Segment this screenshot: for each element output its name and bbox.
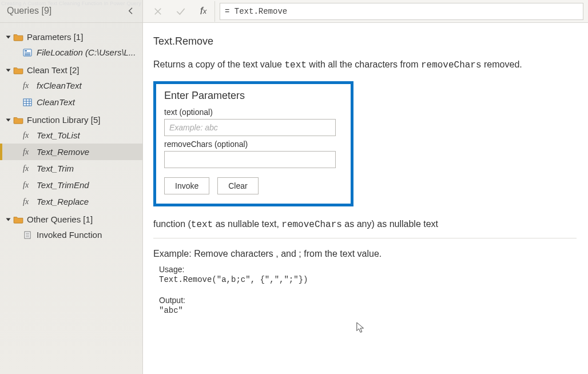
query-item-invoked-function[interactable]: Invoked Function bbox=[0, 226, 142, 243]
function-name-heading: Text.Remove bbox=[153, 35, 578, 47]
desc-text: with all the characters from bbox=[307, 59, 421, 69]
app-root: Queries [9] Parameters [1] bbox=[0, 0, 588, 374]
expand-icon bbox=[6, 218, 11, 221]
table-icon bbox=[23, 98, 32, 106]
usage-label: Usage: bbox=[159, 265, 578, 274]
query-item-label: FileLocation (C:\Users\L... bbox=[37, 47, 136, 57]
expand-icon bbox=[6, 118, 11, 121]
desc-arg: removeChars bbox=[421, 60, 482, 70]
enter-parameters-panel: Enter Parameters text (optional) removeC… bbox=[153, 81, 353, 206]
svg-rect-3 bbox=[25, 54, 30, 55]
group-header[interactable]: Other Queries [1] bbox=[0, 212, 142, 226]
example-block: Usage: Text.Remove("a,b;c", {",",";"}) O… bbox=[153, 265, 578, 315]
query-item-label: Text_TrimEnd bbox=[37, 180, 89, 190]
clear-button[interactable]: Clear bbox=[217, 177, 258, 194]
query-item-label: Invoked Function bbox=[37, 230, 102, 240]
queries-pane: Queries [9] Parameters [1] bbox=[0, 0, 143, 374]
query-item-filelocation[interactable]: FileLocation (C:\Users\L... bbox=[0, 44, 142, 61]
param-label-removechars: removeChars (optional) bbox=[164, 140, 343, 149]
queries-pane-title: Queries [9] bbox=[7, 6, 51, 16]
video-watermark: Creating A Custom Text Cleaning Function… bbox=[1, 1, 141, 6]
function-content: Text.Remove Returns a copy of the text v… bbox=[143, 23, 588, 374]
query-item-label: Text_Replace bbox=[37, 197, 89, 206]
commit-formula-button[interactable] bbox=[169, 1, 192, 22]
query-item-text-trimend[interactable]: fx Text_TrimEnd bbox=[0, 177, 142, 193]
query-item-label: CleanText bbox=[37, 97, 75, 107]
fx-icon: fx bbox=[23, 81, 32, 90]
main-pane: fx Text.Remove Returns a copy of the tex… bbox=[143, 0, 588, 374]
group-label: Function Library [5] bbox=[27, 115, 100, 125]
expand-icon bbox=[6, 35, 11, 38]
query-item-label: fxCleanText bbox=[37, 81, 82, 90]
separator bbox=[153, 238, 577, 238]
param-label-text: text (optional) bbox=[164, 108, 343, 117]
desc-arg: text bbox=[284, 60, 306, 70]
query-group-function-library: Function Library [5] fx Text_ToList fx T… bbox=[0, 113, 142, 210]
param-input-text[interactable] bbox=[164, 119, 336, 136]
sig-arg: removeChars bbox=[281, 220, 342, 230]
cancel-formula-button[interactable] bbox=[146, 1, 169, 22]
query-item-text-tolist[interactable]: fx Text_ToList bbox=[0, 127, 142, 144]
invoke-button[interactable]: Invoke bbox=[164, 177, 209, 194]
group-label: Other Queries [1] bbox=[27, 214, 93, 224]
folder-icon bbox=[13, 33, 23, 41]
usage-code: Text.Remove("a,b;c", {",",";"}) bbox=[159, 275, 578, 284]
script-icon bbox=[23, 231, 32, 239]
query-item-cleantext[interactable]: CleanText bbox=[0, 94, 142, 110]
group-label: Clean Text [2] bbox=[27, 65, 79, 75]
query-group-other-queries: Other Queries [1] Invoked Function bbox=[0, 212, 142, 243]
svg-rect-4 bbox=[23, 99, 31, 106]
group-header[interactable]: Clean Text [2] bbox=[0, 63, 142, 77]
param-input-removechars[interactable] bbox=[164, 151, 336, 168]
output-code: "abc" bbox=[159, 306, 578, 315]
expand-icon bbox=[6, 69, 11, 71]
folder-icon bbox=[13, 116, 23, 124]
query-item-label: Text_Trim bbox=[37, 164, 74, 173]
query-group-clean-text: Clean Text [2] fx fxCleanText CleanText bbox=[0, 63, 142, 110]
folder-icon bbox=[13, 216, 23, 224]
fx-icon: fx bbox=[23, 181, 32, 190]
fx-icon: fx bbox=[192, 1, 215, 22]
fx-icon: fx bbox=[23, 197, 32, 206]
parameter-icon bbox=[23, 49, 32, 57]
function-signature: function (text as nullable text, removeC… bbox=[153, 219, 578, 230]
desc-text: Returns a copy of the text value bbox=[153, 59, 284, 69]
sig-text: as nullable text, bbox=[213, 219, 281, 229]
group-header[interactable]: Function Library [5] bbox=[0, 113, 142, 127]
sig-arg: text bbox=[191, 220, 213, 230]
query-group-parameters: Parameters [1] FileLocation (C:\Users\L.… bbox=[0, 30, 142, 61]
query-item-fxcleantext[interactable]: fx fxCleanText bbox=[0, 77, 142, 94]
query-item-label: Text_Remove bbox=[37, 147, 89, 157]
query-item-text-remove[interactable]: fx Text_Remove bbox=[0, 144, 142, 160]
queries-tree: Parameters [1] FileLocation (C:\Users\L.… bbox=[0, 23, 142, 245]
enter-parameters-title: Enter Parameters bbox=[164, 90, 343, 102]
query-item-label: Text_ToList bbox=[37, 130, 80, 140]
fx-icon: fx bbox=[23, 131, 32, 140]
output-label: Output: bbox=[159, 296, 578, 305]
query-item-text-trim[interactable]: fx Text_Trim bbox=[0, 160, 142, 177]
function-description: Returns a copy of the text value text wi… bbox=[153, 58, 578, 72]
group-label: Parameters [1] bbox=[27, 32, 83, 42]
formula-input[interactable] bbox=[220, 3, 583, 20]
formula-bar: fx bbox=[143, 0, 588, 23]
query-item-text-replace[interactable]: fx Text_Replace bbox=[0, 193, 142, 210]
svg-rect-2 bbox=[25, 53, 30, 54]
sig-text: as any) as nullable text bbox=[342, 219, 438, 229]
fx-icon: fx bbox=[23, 148, 32, 157]
desc-text: removed. bbox=[482, 59, 522, 69]
svg-rect-1 bbox=[25, 50, 27, 51]
example-title: Example: Remove characters , and ; from … bbox=[153, 249, 578, 259]
fx-icon: fx bbox=[23, 164, 32, 173]
group-header[interactable]: Parameters [1] bbox=[0, 30, 142, 44]
sig-text: function ( bbox=[153, 219, 191, 229]
folder-icon bbox=[13, 66, 23, 74]
